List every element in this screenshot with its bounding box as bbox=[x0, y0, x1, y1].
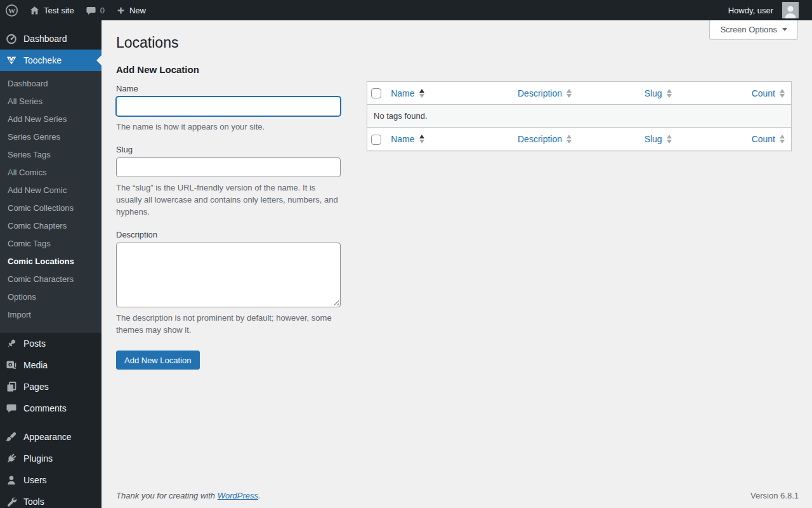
comment-bubble-icon bbox=[86, 5, 96, 16]
submenu-item-comic-tags[interactable]: Comic Tags bbox=[0, 235, 102, 253]
pin-icon bbox=[5, 337, 18, 350]
submenu-item-comic-locations[interactable]: Comic Locations bbox=[0, 253, 102, 271]
avatar[interactable] bbox=[782, 2, 799, 18]
sort-indicator-icon bbox=[419, 89, 424, 98]
toocheke-icon bbox=[5, 54, 18, 67]
sidebar-item-comments[interactable]: Comments bbox=[0, 398, 102, 419]
new-label: New bbox=[129, 6, 146, 15]
sort-by-count-header[interactable]: Count bbox=[752, 88, 785, 98]
admin-sidebar: Dashboard Toocheke Dashboard All Series … bbox=[0, 20, 102, 508]
comments-icon bbox=[5, 402, 18, 415]
sidebar-item-label: Toocheke bbox=[23, 55, 62, 65]
sidebar-item-dashboard[interactable]: Dashboard bbox=[0, 28, 102, 50]
name-label: Name bbox=[116, 84, 341, 93]
select-all-checkbox[interactable] bbox=[371, 88, 381, 98]
media-icon bbox=[5, 359, 18, 371]
pages-icon bbox=[5, 380, 18, 393]
description-help-text: The description is not prominent by defa… bbox=[116, 312, 341, 336]
footer-version: Version 6.8.1 bbox=[750, 491, 799, 500]
locations-table: Name Description Slug Count No tags foun… bbox=[367, 81, 792, 151]
description-label: Description bbox=[116, 230, 341, 239]
svg-text:W: W bbox=[8, 6, 15, 14]
chevron-down-icon bbox=[782, 28, 787, 31]
sidebar-item-label: Users bbox=[23, 475, 47, 485]
sidebar-item-label: Pages bbox=[23, 382, 49, 392]
sidebar-item-posts[interactable]: Posts bbox=[0, 333, 102, 354]
sort-by-name-header[interactable]: Name bbox=[391, 134, 424, 144]
sort-indicator-icon bbox=[667, 135, 672, 144]
toocheke-submenu: Dashboard All Series Add New Series Seri… bbox=[0, 71, 102, 333]
admin-bar-comments[interactable]: 0 bbox=[80, 0, 110, 20]
submenu-item-dashboard[interactable]: Dashboard bbox=[0, 75, 102, 93]
footer-thanks: Thank you for creating with WordPress. bbox=[116, 491, 261, 500]
submenu-item-add-new-series[interactable]: Add New Series bbox=[0, 110, 102, 128]
page-title: Locations bbox=[116, 34, 812, 52]
sidebar-item-toocheke[interactable]: Toocheke bbox=[0, 50, 102, 71]
main-content: Screen Options Locations Add New Locatio… bbox=[102, 20, 812, 508]
sort-indicator-icon bbox=[566, 135, 572, 144]
sort-by-slug-header[interactable]: Slug bbox=[645, 88, 672, 98]
slug-input[interactable] bbox=[116, 157, 341, 177]
name-input[interactable] bbox=[116, 97, 341, 116]
screen-options-label: Screen Options bbox=[720, 25, 777, 34]
sidebar-item-label: Comments bbox=[23, 403, 67, 413]
plugin-icon bbox=[5, 452, 18, 465]
no-tags-message: No tags found. bbox=[367, 105, 792, 128]
sidebar-item-label: Media bbox=[23, 360, 48, 370]
howdy-label: Howdy, user bbox=[728, 6, 773, 15]
sort-by-description-header[interactable]: Description bbox=[518, 134, 572, 144]
sidebar-item-media[interactable]: Media bbox=[0, 354, 102, 376]
sort-by-count-header[interactable]: Count bbox=[752, 134, 785, 144]
add-new-location-button[interactable]: Add New Location bbox=[116, 351, 200, 370]
wordpress-logo-menu[interactable]: W bbox=[0, 0, 23, 20]
sort-indicator-icon bbox=[780, 89, 785, 98]
sidebar-item-users[interactable]: Users bbox=[0, 469, 102, 491]
add-location-form: Name The name is how it appears on your … bbox=[116, 81, 341, 370]
submenu-item-all-comics[interactable]: All Comics bbox=[0, 164, 102, 182]
sidebar-item-appearance[interactable]: Appearance bbox=[0, 426, 102, 448]
comment-count: 0 bbox=[100, 6, 105, 15]
table-footer-row: Name Description Slug Count bbox=[367, 128, 792, 150]
submenu-item-comic-chapters[interactable]: Comic Chapters bbox=[0, 217, 102, 235]
admin-bar-my-account[interactable]: Howdy, user bbox=[723, 0, 804, 20]
locations-table-container: Name Description Slug Count No tags foun… bbox=[367, 81, 792, 151]
submenu-item-options[interactable]: Options bbox=[0, 288, 102, 306]
wordpress-logo-icon: W bbox=[5, 4, 18, 17]
sort-indicator-icon bbox=[419, 135, 424, 144]
sidebar-item-label: Tools bbox=[23, 497, 44, 507]
dashboard-icon bbox=[5, 32, 18, 45]
sidebar-item-tools[interactable]: Tools bbox=[0, 491, 102, 508]
wordpress-link[interactable]: WordPress bbox=[218, 491, 258, 500]
site-name-label: Test site bbox=[44, 6, 74, 15]
admin-bar-site-name[interactable]: Test site bbox=[23, 0, 80, 20]
submenu-item-series-tags[interactable]: Series Tags bbox=[0, 146, 102, 164]
admin-footer: Thank you for creating with WordPress. V… bbox=[116, 491, 799, 500]
screen-options-button[interactable]: Screen Options bbox=[709, 20, 798, 40]
table-header-row: Name Description Slug Count bbox=[367, 82, 792, 105]
add-new-location-heading: Add New Location bbox=[116, 64, 812, 75]
sort-by-description-header[interactable]: Description bbox=[518, 88, 572, 98]
menu-separator bbox=[0, 419, 102, 426]
sort-by-slug-header[interactable]: Slug bbox=[645, 134, 672, 144]
submenu-item-import[interactable]: Import bbox=[0, 306, 102, 324]
name-help-text: The name is how it appears on your site. bbox=[116, 121, 341, 133]
empty-table-row: No tags found. bbox=[367, 105, 792, 128]
sidebar-item-pages[interactable]: Pages bbox=[0, 376, 102, 398]
sidebar-item-label: Appearance bbox=[23, 432, 72, 442]
submenu-item-series-genres[interactable]: Series Genres bbox=[0, 128, 102, 146]
sort-indicator-icon bbox=[667, 89, 672, 98]
submenu-item-all-series[interactable]: All Series bbox=[0, 93, 102, 110]
submenu-item-comic-characters[interactable]: Comic Characters bbox=[0, 271, 102, 288]
sidebar-item-label: Plugins bbox=[23, 453, 53, 464]
submenu-item-comic-collections[interactable]: Comic Collections bbox=[0, 199, 102, 217]
sort-by-name-header[interactable]: Name bbox=[391, 88, 424, 98]
sidebar-item-plugins[interactable]: Plugins bbox=[0, 448, 102, 469]
submenu-item-add-new-comic[interactable]: Add New Comic bbox=[0, 182, 102, 199]
slug-help-text: The “slug” is the URL-friendly version o… bbox=[116, 182, 341, 218]
sort-indicator-icon bbox=[780, 135, 785, 144]
admin-bar-new[interactable]: New bbox=[110, 0, 152, 20]
brush-icon bbox=[5, 431, 18, 443]
select-all-checkbox[interactable] bbox=[371, 135, 381, 145]
user-icon bbox=[5, 474, 18, 486]
description-textarea[interactable] bbox=[116, 243, 341, 307]
